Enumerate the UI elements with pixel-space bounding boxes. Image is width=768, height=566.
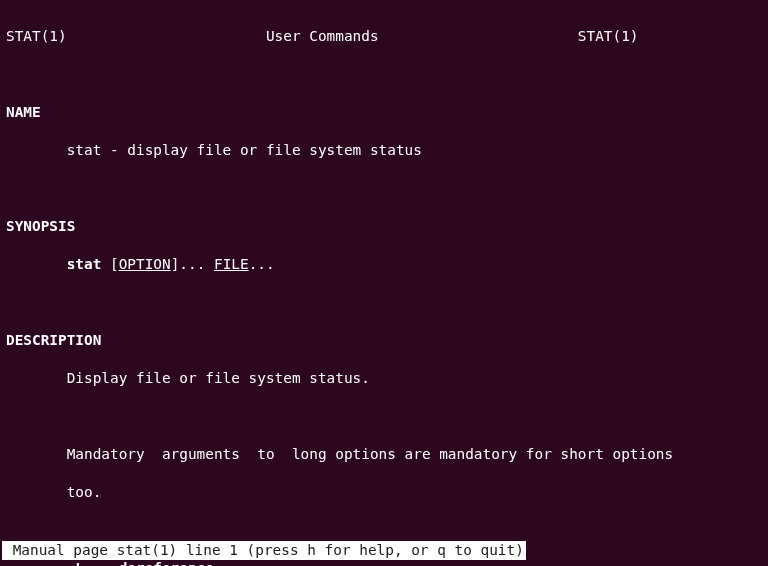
blank-line <box>6 293 762 312</box>
man-page-screen[interactable]: STAT(1) User Commands STAT(1) NAME stat … <box>0 0 768 566</box>
name-text: stat - display file or file system statu… <box>67 142 422 158</box>
synopsis-cmd: stat <box>67 256 102 272</box>
synopsis-option: OPTION <box>119 256 171 272</box>
section-description-heading: DESCRIPTION <box>6 331 762 350</box>
option-L-short: -L <box>67 560 84 566</box>
desc-mandatory-l1: Mandatory arguments to long options are … <box>6 445 762 464</box>
blank-line <box>6 179 762 198</box>
section-name-heading: NAME <box>6 103 762 122</box>
blank-line <box>6 407 762 426</box>
header-right: STAT(1) <box>578 28 639 44</box>
bracket-open: [ <box>110 256 119 272</box>
desc-intro-line: Display file or file system status. <box>6 369 762 388</box>
section-synopsis-heading: SYNOPSIS <box>6 217 762 236</box>
pager-status-line[interactable]: Manual page stat(1) line 1 (press h for … <box>2 541 526 560</box>
option-L-line: -L, --dereference <box>6 559 762 566</box>
man-header: STAT(1) User Commands STAT(1) <box>6 27 762 46</box>
synopsis-line: stat [OPTION]... FILE... <box>6 255 762 274</box>
header-left: STAT(1) <box>6 28 67 44</box>
option-L-long: --dereference <box>101 560 214 566</box>
header-center: User Commands <box>266 28 379 44</box>
synopsis-file: FILE <box>214 256 249 272</box>
desc-intro-text: Display file or file system status. <box>67 370 370 386</box>
blank-line <box>6 521 762 540</box>
file-ellipsis: ... <box>249 256 275 272</box>
name-line: stat - display file or file system statu… <box>6 141 762 160</box>
option-ellipsis: ... <box>179 256 205 272</box>
blank-line <box>6 65 762 84</box>
bracket-close: ] <box>171 256 180 272</box>
desc-mandatory-l2: too. <box>6 483 762 502</box>
